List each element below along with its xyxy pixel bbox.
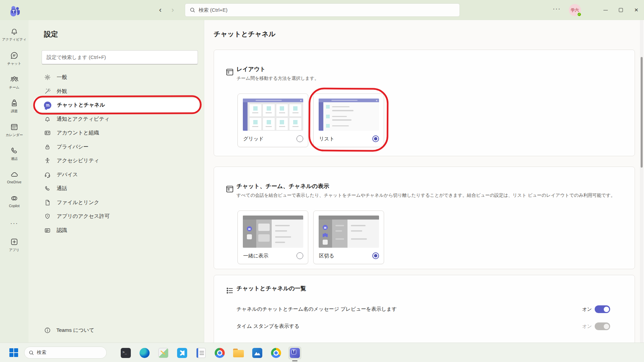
teams-icon: [290, 348, 300, 358]
list-preview: [319, 99, 379, 131]
settings-item-label: アクセシビリティ: [57, 157, 99, 164]
settings-menu: 一般 外観 チャットとチャネル 通知とアクティビティ アカウントと組織 プライバ…: [34, 70, 199, 237]
toggle-row-label: タイム スタンプを表示する: [236, 323, 300, 329]
lock-icon: [44, 143, 51, 150]
vscode-icon: [177, 348, 187, 358]
settings-item-accounts[interactable]: アカウントと組織: [34, 126, 199, 140]
radio-grid[interactable]: [297, 135, 303, 142]
file-icon: [44, 199, 51, 206]
settings-item-files[interactable]: ファイルとリンク: [34, 196, 199, 210]
option-separate[interactable]: 区切る: [313, 210, 384, 264]
toggle-state-label: オン: [582, 323, 592, 329]
taskbar-search[interactable]: 検索: [24, 347, 107, 359]
taskbar-app-explorer[interactable]: [232, 347, 245, 359]
taskbar-app-chrome[interactable]: [213, 347, 226, 359]
radio-separate[interactable]: [372, 252, 379, 259]
settings-item-privacy[interactable]: プライバシー: [34, 140, 199, 154]
settings-item-devices[interactable]: デバイス: [34, 168, 199, 182]
scrollbar[interactable]: [640, 20, 643, 343]
radio-together[interactable]: [297, 252, 303, 259]
about-teams-link[interactable]: Teams について: [44, 327, 94, 334]
accessibility-icon: [44, 157, 51, 164]
radio-list[interactable]: [372, 135, 379, 142]
copilot-icon: [10, 194, 19, 203]
taskbar-app-terminal[interactable]: [119, 347, 132, 359]
settings-item-general[interactable]: 一般: [34, 70, 199, 84]
taskbar-app-teams[interactable]: [288, 347, 301, 359]
chrome-icon: [215, 348, 225, 358]
bell-icon: [44, 116, 51, 123]
rail-label: Copilot: [1, 204, 27, 207]
taskbar-search-label: 検索: [37, 350, 46, 356]
list-settings-section: チャットとチャネルの一覧 チャネルのチャットとチーム名のメッセージ プレビューを…: [214, 275, 635, 343]
teams-logo-icon: [9, 4, 21, 16]
rail-label: OneDrive: [1, 180, 27, 184]
option-together[interactable]: 一緒に表示: [237, 210, 308, 264]
rail-item-apps[interactable]: アプリ: [0, 237, 29, 252]
timestamp-toggle[interactable]: [595, 322, 610, 330]
card-text-icon: [44, 227, 51, 234]
rail-item-calendar[interactable]: カレンダー: [0, 122, 29, 137]
settings-title: 設定: [44, 29, 58, 39]
phone-icon: [44, 185, 51, 192]
start-button[interactable]: [9, 348, 18, 357]
photos-icon: [252, 348, 262, 358]
settings-item-recognition[interactable]: 認識: [34, 224, 199, 238]
settings-item-notifications[interactable]: 通知とアクティビティ: [34, 112, 199, 126]
option-label: 区切る: [319, 253, 334, 259]
search-input[interactable]: 検索 (Ctrl+E): [185, 3, 460, 17]
message-preview-toggle[interactable]: [595, 305, 610, 313]
maximize-button[interactable]: [613, 0, 629, 20]
settings-item-accessibility[interactable]: アクセシビリティ: [34, 154, 199, 168]
rail-item-activity[interactable]: アクティビティ: [0, 27, 29, 42]
rail-item-teams[interactable]: チーム: [0, 75, 29, 90]
scrollbar-thumb[interactable]: [641, 57, 643, 168]
taskbar-app-notepad[interactable]: [195, 347, 207, 359]
taskbar-app-photos[interactable]: [251, 347, 264, 359]
taskbar-app-browser2[interactable]: [270, 347, 282, 359]
chat-icon: [10, 51, 19, 60]
settings-item-chat-channels[interactable]: チャットとチャネル: [34, 98, 199, 112]
forward-button[interactable]: ›: [167, 5, 178, 15]
option-grid[interactable]: グリッド: [237, 94, 308, 147]
rail-label: チャット: [1, 61, 27, 66]
rail-item-chat[interactable]: チャット: [0, 51, 29, 66]
rail-label: カレンダー: [1, 133, 27, 137]
taskbar-app-vscode[interactable]: [176, 347, 189, 359]
window-list-icon: [225, 184, 234, 194]
notepad-icon: [196, 348, 206, 358]
settings-item-app-permissions[interactable]: アプリのアクセス許可: [34, 209, 199, 224]
phone-icon: [10, 146, 19, 155]
back-button[interactable]: ‹: [155, 5, 166, 15]
backpack-icon: [10, 99, 19, 108]
toggle-row-label: チャネルのチャットとチーム名のメッセージ プレビューを表示します: [236, 306, 397, 312]
taskbar-app-snipping[interactable]: [157, 347, 170, 359]
search-icon: [190, 7, 195, 13]
settings-search-input[interactable]: 設定で検索します (Ctrl+F): [42, 50, 198, 64]
avatar[interactable]: 学六 ✓: [569, 4, 581, 16]
minimize-button[interactable]: [598, 0, 613, 20]
settings-search-placeholder: 設定で検索します (Ctrl+F): [47, 54, 106, 61]
rail-item-assignments[interactable]: 課題: [0, 99, 29, 114]
rail-item-copilot[interactable]: Copilot: [0, 194, 29, 208]
settings-item-label: 一般: [57, 74, 67, 81]
cloud-icon: [10, 170, 19, 179]
rail-more-button[interactable]: ···: [0, 220, 29, 227]
info-icon: [44, 327, 51, 334]
option-label: リスト: [319, 136, 334, 142]
taskbar-app-edge[interactable]: [138, 347, 151, 359]
more-options-button[interactable]: ···: [553, 5, 561, 12]
close-button[interactable]: ✕: [629, 0, 644, 20]
settings-item-appearance[interactable]: 外観: [34, 84, 199, 99]
rail-item-calls[interactable]: 通話: [0, 146, 29, 161]
page-title: チャットとチャネル: [214, 29, 275, 39]
settings-item-calls[interactable]: 通話: [34, 182, 199, 196]
search-placeholder: 検索 (Ctrl+E): [199, 7, 227, 13]
toggle-state-label: オン: [582, 306, 592, 312]
rail-label: アクティビティ: [1, 37, 27, 42]
taskbar: 検索 5 20°C くもりのち晴れ A 16:59 2025/11/17: [0, 343, 644, 362]
section-title: チャットとチャネルの一覧: [236, 285, 306, 292]
rail-item-onedrive[interactable]: OneDrive: [0, 170, 29, 184]
option-list[interactable]: リスト: [313, 94, 384, 147]
rail-label: アプリ: [1, 248, 27, 252]
